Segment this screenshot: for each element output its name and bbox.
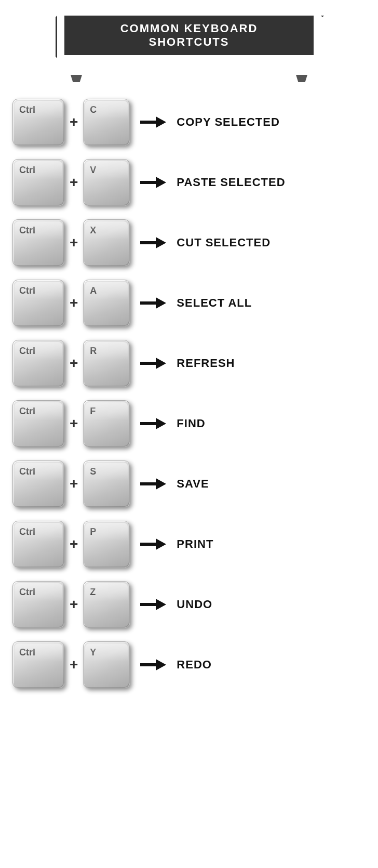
ctrl-key-9: Ctrl [12,641,64,688]
plus-sign: + [70,476,78,492]
svg-marker-19 [156,659,166,670]
action-label-2: CUT SELECTED [177,236,271,249]
svg-rect-16 [140,603,157,606]
ctrl-key-3: Ctrl [12,280,64,326]
shortcut-row: Ctrl+S SAVE [12,458,366,509]
ctrl-key-2: Ctrl [12,219,64,266]
letter-key-8: Z [83,581,130,628]
shortcut-row: Ctrl+Y REDO [12,639,366,690]
shortcut-row: Ctrl+A SELECT ALL [12,278,366,328]
svg-marker-7 [156,297,166,309]
shortcut-row: Ctrl+X CUT SELECTED [12,217,366,268]
plus-sign: + [70,295,78,311]
svg-marker-15 [156,538,166,550]
arrow-icon [140,116,166,128]
letter-key-0: C [83,99,130,146]
action-label-6: SAVE [177,477,209,491]
plus-sign: + [70,355,78,372]
svg-marker-11 [156,418,166,429]
arrow-icon [140,659,166,670]
arrow-icon [140,599,166,610]
svg-rect-18 [140,663,157,666]
action-label-7: PRINT [177,537,213,551]
action-label-9: REDO [177,658,212,672]
shortcuts-list: Ctrl+C COPY SELECTEDCtrl+V PASTE SELECTE… [12,97,366,690]
shortcut-row: Ctrl+V PASTE SELECTED [12,157,366,208]
svg-marker-13 [156,478,166,490]
svg-rect-0 [140,121,157,124]
shortcut-row: Ctrl+C COPY SELECTED [12,97,366,148]
svg-rect-10 [140,422,157,425]
ctrl-key-5: Ctrl [12,400,64,447]
ctrl-key-8: Ctrl [12,581,64,628]
svg-marker-9 [156,358,166,369]
ctrl-key-4: Ctrl [12,340,64,387]
shortcut-row: Ctrl+Z UNDO [12,579,366,630]
svg-marker-1 [156,116,166,128]
page-title: COMMON KEYBOARD SHORTCUTS [64,16,314,55]
plus-sign: + [70,174,78,191]
svg-rect-12 [140,482,157,485]
arrow-icon [140,237,166,248]
letter-key-2: X [83,219,130,266]
shortcut-row: Ctrl+R REFRESH [12,338,366,389]
ctrl-key-0: Ctrl [12,99,64,146]
ctrl-key-1: Ctrl [12,159,64,206]
letter-key-5: F [83,400,130,447]
svg-marker-3 [156,177,166,188]
plus-sign: + [70,596,78,613]
shortcut-row: Ctrl+P PRINT [12,519,366,570]
letter-key-4: R [83,340,130,387]
action-label-8: UNDO [177,598,212,611]
arrow-icon [140,177,166,188]
svg-rect-4 [140,241,157,244]
letter-key-1: V [83,159,130,206]
svg-rect-2 [140,181,157,184]
letter-key-9: Y [83,641,130,688]
arrow-icon [140,478,166,490]
arrow-icon [140,538,166,550]
letter-key-3: A [83,280,130,326]
plus-sign: + [70,415,78,432]
action-label-0: COPY SELECTED [177,115,279,129]
plus-sign: + [70,234,78,251]
action-label-5: FIND [177,417,205,430]
svg-marker-17 [156,599,166,610]
action-label-1: PASTE SELECTED [177,176,285,189]
plus-sign: + [70,114,78,130]
plus-sign: + [70,656,78,673]
svg-marker-5 [156,237,166,248]
shortcut-row: Ctrl+F FIND [12,398,366,449]
svg-rect-14 [140,543,157,546]
title-banner-wrapper: COMMON KEYBOARD SHORTCUTS [54,16,324,76]
plus-sign: + [70,536,78,553]
ctrl-key-7: Ctrl [12,521,64,568]
letter-key-6: S [83,461,130,507]
svg-rect-8 [140,362,157,365]
letter-key-7: P [83,521,130,568]
arrow-icon [140,358,166,369]
arrow-icon [140,297,166,309]
ctrl-key-6: Ctrl [12,461,64,507]
action-label-3: SELECT ALL [177,296,252,310]
arrow-icon [140,418,166,429]
svg-rect-6 [140,301,157,305]
action-label-4: REFRESH [177,357,235,370]
